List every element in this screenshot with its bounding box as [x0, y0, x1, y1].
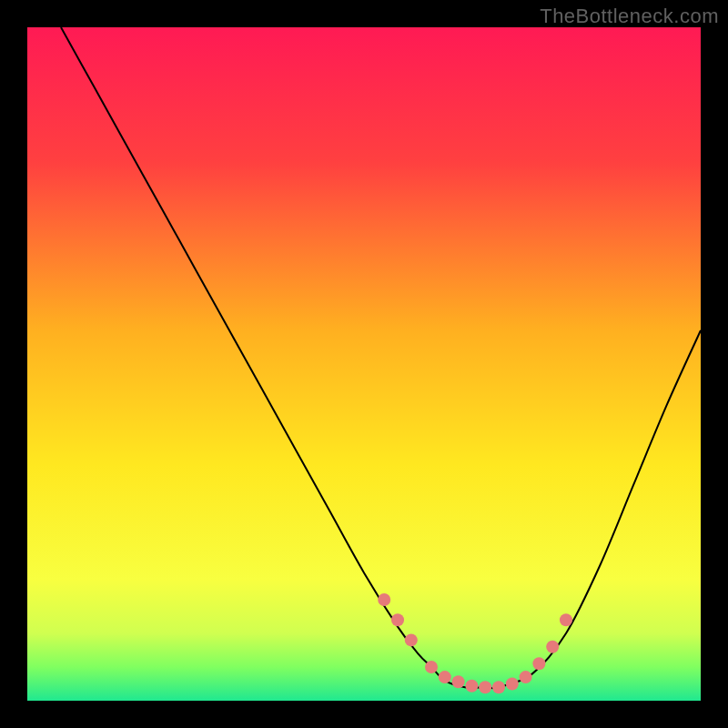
marker-dot — [405, 633, 418, 646]
marker-dot — [492, 681, 505, 693]
marker-dot — [391, 613, 404, 626]
watermark-text: TheBottleneck.com — [540, 5, 719, 28]
plot-area — [27, 27, 701, 701]
marker-dot — [452, 675, 465, 688]
marker-dot — [546, 641, 559, 653]
marker-dot — [506, 678, 519, 691]
marker-dot — [520, 671, 532, 683]
gradient-background — [27, 27, 701, 701]
marker-dot — [560, 613, 572, 626]
marker-dot — [532, 657, 545, 670]
marker-dot — [439, 671, 451, 683]
chart-svg — [27, 27, 701, 701]
chart-container: TheBottleneck.com — [0, 0, 728, 728]
marker-dot — [479, 681, 491, 693]
marker-dot — [425, 661, 438, 673]
marker-dot — [465, 680, 478, 693]
marker-dot — [378, 593, 390, 606]
